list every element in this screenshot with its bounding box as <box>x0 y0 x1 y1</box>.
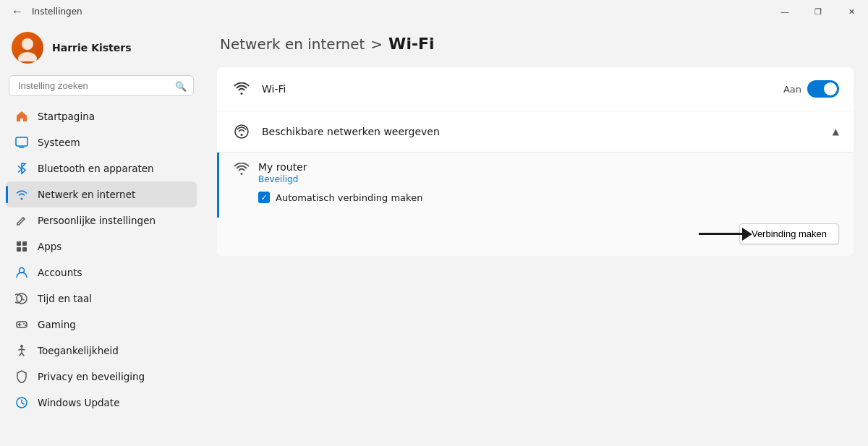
accounts-icon <box>14 265 29 280</box>
toegankelijkheid-icon <box>14 343 29 358</box>
sidebar-item-gaming[interactable]: Gaming <box>6 312 197 338</box>
window-controls: — ❐ ✕ <box>768 0 868 23</box>
bluetooth-icon <box>14 161 29 176</box>
sidebar-item-systeem[interactable]: Systeem <box>6 129 197 155</box>
apps-icon <box>14 239 29 254</box>
wifi-icon <box>231 79 252 99</box>
user-name: Harrie Kisters <box>52 42 132 53</box>
auto-connect-checkbox[interactable]: ✓ <box>258 192 270 203</box>
arrow-shaft <box>699 233 742 235</box>
sidebar-item-label: Tijd en taal <box>38 293 92 304</box>
tijd-icon <box>14 291 29 306</box>
router-name: My router <box>258 161 422 173</box>
svg-point-13 <box>20 345 23 348</box>
sidebar-item-windows[interactable]: Windows Update <box>6 390 197 416</box>
sidebar-item-label: Apps <box>38 241 61 252</box>
maximize-button[interactable]: ❐ <box>801 0 835 23</box>
gaming-icon <box>14 317 29 332</box>
breadcrumb-parent: Netwerk en internet <box>220 35 365 53</box>
sidebar-item-bluetooth[interactable]: Bluetooth en apparaten <box>6 155 197 181</box>
search-input[interactable] <box>9 75 194 96</box>
sidebar-item-label: Startpagina <box>38 111 95 122</box>
sidebar-item-startpagina[interactable]: Startpagina <box>6 103 197 129</box>
arrow-container <box>699 228 752 241</box>
title-bar: ← Instellingen — ❐ ✕ <box>0 0 868 23</box>
wifi-label: Wi-Fi <box>262 83 783 95</box>
auto-connect-label: Automatisch verbinding maken <box>276 192 422 203</box>
svg-rect-4 <box>22 241 27 246</box>
main-content: Netwerk en internet > Wi-Fi Wi-Fi Aan <box>203 23 868 446</box>
network-item: My router Beveiligd ✓ Automatisch verbin… <box>217 153 854 218</box>
systeem-icon <box>14 135 29 150</box>
sidebar: Harrie Kisters 🔍 Startpagina Systeem Blu… <box>0 23 203 446</box>
router-status: Beveiligd <box>258 174 422 184</box>
sidebar-item-label: Netwerk en internet <box>38 189 135 200</box>
sidebar-item-label: Windows Update <box>38 397 119 408</box>
available-networks-label: Beschikbare netwerken weergeven <box>262 126 833 137</box>
startpagina-icon <box>14 109 29 124</box>
sidebar-item-label: Privacy en beveiliging <box>38 371 145 382</box>
sidebar-item-toegankelijkheid[interactable]: Toegankelijkheid <box>6 338 197 364</box>
sidebar-item-accounts[interactable]: Accounts <box>6 260 197 286</box>
sidebar-item-tijd[interactable]: Tijd en taal <box>6 286 197 312</box>
avatar <box>12 32 43 64</box>
wifi-card: Wi-Fi Aan Beschikbare netwerken weergeve… <box>217 67 854 256</box>
wifi-row: Wi-Fi Aan <box>217 67 854 111</box>
minimize-button[interactable]: — <box>768 0 801 23</box>
windows-icon <box>14 395 29 410</box>
auto-connect-row: ✓ Automatisch verbinding maken <box>258 192 422 203</box>
svg-rect-2 <box>16 137 27 146</box>
page-header: Netwerk en internet > Wi-Fi <box>217 35 854 53</box>
svg-point-12 <box>25 325 26 326</box>
sidebar-item-label: Gaming <box>38 319 76 330</box>
svg-point-11 <box>23 323 25 325</box>
chevron-up-icon: ▲ <box>833 126 839 137</box>
sidebar-item-label: Accounts <box>38 267 82 278</box>
toggle-label: Aan <box>783 84 801 95</box>
sidebar-nav: Startpagina Systeem Bluetooth en apparat… <box>0 102 203 440</box>
sidebar-item-label: Toegankelijkheid <box>38 345 119 356</box>
wifi-toggle[interactable] <box>807 80 839 98</box>
svg-rect-5 <box>17 247 21 252</box>
svg-rect-6 <box>22 247 27 252</box>
available-networks-header[interactable]: Beschikbare netwerken weergeven ▲ <box>217 111 854 152</box>
netwerk-icon <box>14 187 29 202</box>
svg-point-1 <box>18 52 37 61</box>
sidebar-item-apps[interactable]: Apps <box>6 233 197 260</box>
app-body: Harrie Kisters 🔍 Startpagina Systeem Blu… <box>0 23 868 446</box>
svg-rect-3 <box>17 241 21 246</box>
checkmark-icon: ✓ <box>260 194 267 202</box>
user-profile: Harrie Kisters <box>0 23 203 75</box>
close-button[interactable]: ✕ <box>835 0 868 23</box>
search-container: 🔍 <box>9 75 194 96</box>
connect-row: Verbinding maken <box>217 218 854 256</box>
search-icon: 🔍 <box>175 80 187 91</box>
privacy-icon <box>14 369 29 384</box>
sidebar-item-privacy[interactable]: Privacy en beveiliging <box>6 364 197 390</box>
router-icon <box>234 161 250 179</box>
arrow-head-icon <box>742 228 752 241</box>
networks-icon <box>231 121 252 142</box>
network-card: My router Beveiligd ✓ Automatisch verbin… <box>217 152 854 256</box>
title-bar-title: Instellingen <box>32 7 82 17</box>
sidebar-item-netwerk[interactable]: Netwerk en internet <box>6 181 197 207</box>
svg-point-0 <box>22 38 33 50</box>
connect-arrow <box>699 228 752 241</box>
sidebar-item-label: Systeem <box>38 137 80 148</box>
sidebar-item-label: Persoonlijke instellingen <box>38 215 156 226</box>
back-button[interactable]: ← <box>9 5 26 18</box>
toggle-knob <box>824 82 837 95</box>
breadcrumb-current: Wi-Fi <box>388 35 435 53</box>
breadcrumb-separator: > <box>370 35 383 53</box>
connect-button[interactable]: Verbinding maken <box>739 223 839 244</box>
sidebar-item-persoonlijk[interactable]: Persoonlijke instellingen <box>6 207 197 233</box>
persoonlijk-icon <box>14 213 29 228</box>
sidebar-item-label: Bluetooth en apparaten <box>38 163 154 174</box>
